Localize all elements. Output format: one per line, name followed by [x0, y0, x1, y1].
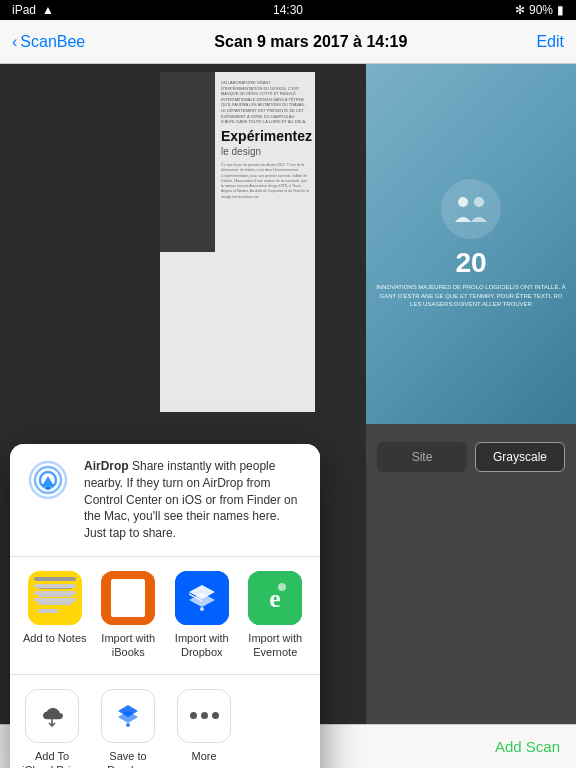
people-icon [451, 194, 491, 224]
svg-rect-9 [38, 601, 72, 605]
notes-icon-svg [28, 571, 82, 625]
airdrop-icon [26, 458, 70, 502]
battery-icon: ▮ [557, 3, 564, 17]
dropbox-icon-svg [175, 571, 229, 625]
svg-point-21 [278, 583, 286, 591]
svg-rect-11 [101, 571, 155, 625]
svg-point-25 [126, 723, 130, 727]
svg-point-5 [46, 486, 50, 490]
dot-2 [201, 712, 208, 719]
document-dark-area [160, 72, 215, 252]
site-filter-button[interactable]: Site [377, 442, 467, 472]
wifi-icon: ▲ [42, 3, 54, 17]
dropbox-save-icon [101, 689, 155, 743]
document-sub-title: le design [221, 146, 309, 157]
ibooks-app-icon [101, 571, 155, 625]
document-small-text: UN LABORATOIRE GÉANT D'EXPÉRIMENTATION D… [221, 80, 309, 125]
dot-1 [190, 712, 197, 719]
notes-app-icon [28, 571, 82, 625]
notes-app-label: Add to Notes [23, 631, 87, 645]
filter-buttons: Site Grayscale [366, 434, 576, 480]
share-sheet: AirDrop Share instantly with people near… [10, 444, 320, 768]
app-item-evernote[interactable]: e Import with Evernote [241, 571, 309, 660]
more-action-label: More [191, 749, 216, 763]
right-panel: 20 INNOVATIONS MAJEURES DE PROLO LOGICIE… [366, 64, 576, 724]
airdrop-title: AirDrop [84, 459, 129, 473]
status-right: ✻ 90% ▮ [515, 3, 564, 17]
infographic: 20 INNOVATIONS MAJEURES DE PROLO LOGICIE… [366, 64, 576, 424]
status-time: 14:30 [273, 3, 303, 17]
app-item-dropbox[interactable]: Import with Dropbox [168, 571, 236, 660]
battery-label: 90% [529, 3, 553, 17]
dot-3 [212, 712, 219, 719]
back-button[interactable]: ‹ ScanBee [12, 33, 85, 51]
status-left: iPad ▲ [12, 3, 54, 17]
grayscale-filter-button[interactable]: Grayscale [475, 442, 565, 472]
document-inner: UN LABORATOIRE GÉANT D'EXPÉRIMENTATION D… [160, 72, 315, 412]
more-action-icon [177, 689, 231, 743]
evernote-icon-svg: e [248, 571, 302, 625]
right-thumbnail: 20 INNOVATIONS MAJEURES DE PROLO LOGICIE… [366, 64, 576, 424]
icloud-action-label: Add To iCloud Drive [18, 749, 86, 768]
bluetooth-icon: ✻ [515, 3, 525, 17]
dropbox-app-label: Import with Dropbox [168, 631, 236, 660]
airdrop-description: AirDrop Share instantly with people near… [84, 458, 304, 542]
icloud-icon-svg [37, 705, 67, 727]
scanned-document: UN LABORATOIRE GÉANT D'EXPÉRIMENTATION D… [160, 72, 315, 412]
document-text-area: UN LABORATOIRE GÉANT D'EXPÉRIMENTATION D… [215, 72, 315, 412]
app-item-ibooks[interactable]: Import with iBooks [94, 571, 162, 660]
svg-rect-12 [113, 581, 127, 615]
action-item-dropbox-save[interactable]: Save to Dropbox [94, 689, 162, 768]
app-row: Add to Notes Import with iBooks [10, 557, 320, 675]
carrier-label: iPad [12, 3, 36, 17]
ibooks-icon-svg [101, 571, 155, 625]
dropbox-app-icon [175, 571, 229, 625]
add-scan-button[interactable]: Add Scan [495, 738, 560, 755]
action-row: Add To iCloud Drive Save to Dropbox [10, 675, 320, 768]
infographic-number: 20 [455, 247, 486, 279]
icloud-action-icon [25, 689, 79, 743]
svg-rect-13 [129, 581, 143, 615]
infographic-text: INNOVATIONS MAJEURES DE PROLO LOGICIELIS… [376, 283, 566, 308]
dropbox-save-icon-svg [113, 703, 143, 729]
action-item-icloud[interactable]: Add To iCloud Drive [18, 689, 86, 768]
airdrop-section: AirDrop Share instantly with people near… [10, 444, 320, 557]
evernote-app-icon: e [248, 571, 302, 625]
svg-point-18 [200, 607, 204, 611]
more-dots [190, 712, 219, 719]
chevron-left-icon: ‹ [12, 33, 17, 51]
svg-point-0 [458, 197, 468, 207]
ibooks-app-label: Import with iBooks [94, 631, 162, 660]
main-content: UN LABORATOIRE GÉANT D'EXPÉRIMENTATION D… [0, 64, 576, 724]
nav-bar: ‹ ScanBee Scan 9 mars 2017 à 14:19 Edit [0, 20, 576, 64]
document-body-text: C'e que la vie du premier du décant 2017… [221, 163, 309, 200]
airdrop-svg-icon [26, 458, 70, 502]
evernote-app-label: Import with Evernote [241, 631, 309, 660]
nav-title: Scan 9 mars 2017 à 14:19 [214, 33, 407, 51]
svg-rect-7 [38, 585, 72, 589]
action-item-more[interactable]: More [170, 689, 238, 768]
svg-rect-10 [38, 609, 58, 613]
svg-rect-6 [28, 571, 82, 625]
svg-point-1 [474, 197, 484, 207]
status-bar: iPad ▲ 14:30 ✻ 90% ▮ [0, 0, 576, 20]
edit-button[interactable]: Edit [536, 33, 564, 51]
document-main-title: Expérimentez [221, 129, 309, 144]
svg-rect-8 [38, 593, 72, 597]
infographic-circle [441, 179, 501, 239]
back-label: ScanBee [20, 33, 85, 51]
app-item-notes[interactable]: Add to Notes [21, 571, 89, 660]
dropbox-save-label: Save to Dropbox [94, 749, 162, 768]
